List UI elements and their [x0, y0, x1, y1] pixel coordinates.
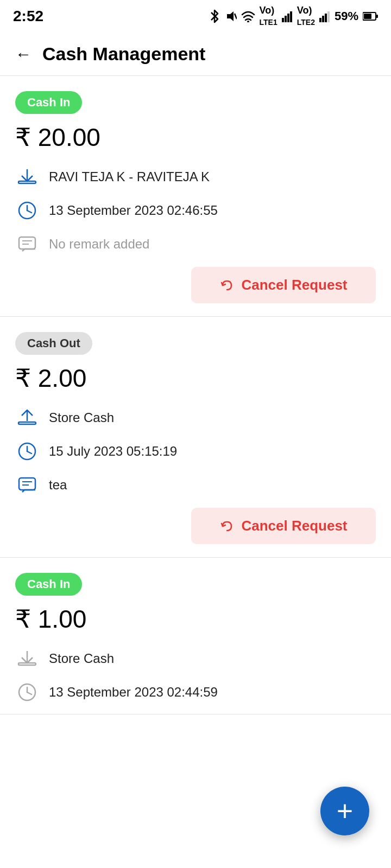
svg-rect-6 [290, 11, 292, 22]
clock-icon [15, 680, 39, 704]
svg-rect-12 [376, 15, 378, 18]
upload-icon [15, 406, 39, 430]
svg-rect-4 [285, 16, 287, 22]
svg-rect-9 [325, 14, 327, 22]
person-icon [15, 647, 39, 671]
lte2-icon: Vo)LTE2 [297, 5, 315, 28]
transaction-amount: ₹ 1.00 [15, 604, 376, 634]
transaction-amount: ₹ 20.00 [15, 123, 376, 152]
svg-rect-8 [322, 16, 324, 22]
remark-text: No remark added [49, 237, 149, 252]
transactions-list: Cash In ₹ 20.00 RAVI TEJA K - RAVITEJA K [0, 76, 391, 714]
mute-icon [225, 9, 237, 23]
person-name: RAVI TEJA K - RAVITEJA K [49, 169, 210, 184]
cancel-request-button[interactable]: Cancel Request [191, 508, 376, 544]
lte1-icon: Vo)LTE1 [260, 5, 278, 28]
undo-icon [219, 278, 235, 293]
transaction-card: Cash In ₹ 1.00 Store Cash 13 Septembe [0, 558, 391, 714]
svg-rect-3 [282, 18, 284, 22]
remark-icon [15, 473, 39, 497]
svg-rect-13 [364, 14, 371, 19]
svg-marker-0 [227, 11, 234, 21]
cash-in-badge: Cash In [15, 91, 82, 114]
svg-line-1 [235, 14, 237, 19]
person-row: Store Cash [15, 647, 376, 671]
svg-rect-5 [287, 14, 289, 22]
svg-line-31 [27, 692, 31, 694]
cancel-btn-wrapper: Cancel Request [15, 508, 376, 544]
svg-line-17 [27, 210, 31, 213]
status-bar: 2:52 Vo)LTE1 Vo)LTE2 [0, 0, 391, 33]
status-icons: Vo)LTE1 Vo)LTE2 59% [209, 5, 378, 28]
svg-rect-18 [19, 237, 35, 249]
remark-row: tea [15, 473, 376, 497]
bluetooth-icon [209, 9, 220, 23]
cash-out-badge: Cash Out [15, 332, 92, 355]
page-header: ← Cash Management [0, 33, 391, 76]
datetime-row: 13 September 2023 02:46:55 [15, 199, 376, 222]
clock-icon [15, 199, 39, 222]
battery-level: 59% [335, 9, 358, 23]
svg-line-24 [27, 451, 31, 454]
svg-rect-21 [18, 422, 36, 424]
person-name: Store Cash [49, 651, 114, 666]
wifi-icon [241, 10, 255, 22]
person-row: Store Cash [15, 406, 376, 430]
person-name: Store Cash [49, 410, 114, 425]
battery-icon [363, 11, 378, 21]
svg-rect-10 [327, 11, 330, 22]
add-transaction-button[interactable]: + [320, 787, 369, 835]
signal2-icon [319, 10, 330, 22]
transaction-card: Cash In ₹ 20.00 RAVI TEJA K - RAVITEJA K [0, 76, 391, 317]
page-title: Cash Management [42, 43, 205, 65]
datetime-row: 15 July 2023 05:15:19 [15, 439, 376, 463]
svg-rect-7 [319, 18, 321, 22]
transaction-amount: ₹ 2.00 [15, 363, 376, 393]
person-icon [15, 165, 39, 189]
datetime-row: 13 September 2023 02:44:59 [15, 680, 376, 704]
transaction-datetime: 13 September 2023 02:44:59 [49, 685, 218, 700]
status-time: 2:52 [13, 8, 43, 25]
transaction-datetime: 15 July 2023 05:15:19 [49, 444, 177, 459]
undo-icon [219, 519, 235, 534]
cash-in-badge: Cash In [15, 573, 82, 596]
remark-text: tea [49, 477, 67, 493]
cancel-request-button[interactable]: Cancel Request [191, 267, 376, 303]
person-row: RAVI TEJA K - RAVITEJA K [15, 165, 376, 189]
remark-row: No remark added [15, 232, 376, 256]
signal1-icon [282, 10, 293, 22]
remark-icon [15, 232, 39, 256]
cancel-btn-wrapper: Cancel Request [15, 267, 376, 303]
transaction-card: Cash Out ₹ 2.00 Store Cash 1 [0, 317, 391, 558]
clock-icon [15, 439, 39, 463]
transaction-datetime: 13 September 2023 02:46:55 [49, 203, 218, 218]
back-button[interactable]: ← [15, 45, 31, 63]
svg-point-2 [247, 21, 249, 22]
svg-rect-25 [19, 478, 35, 490]
